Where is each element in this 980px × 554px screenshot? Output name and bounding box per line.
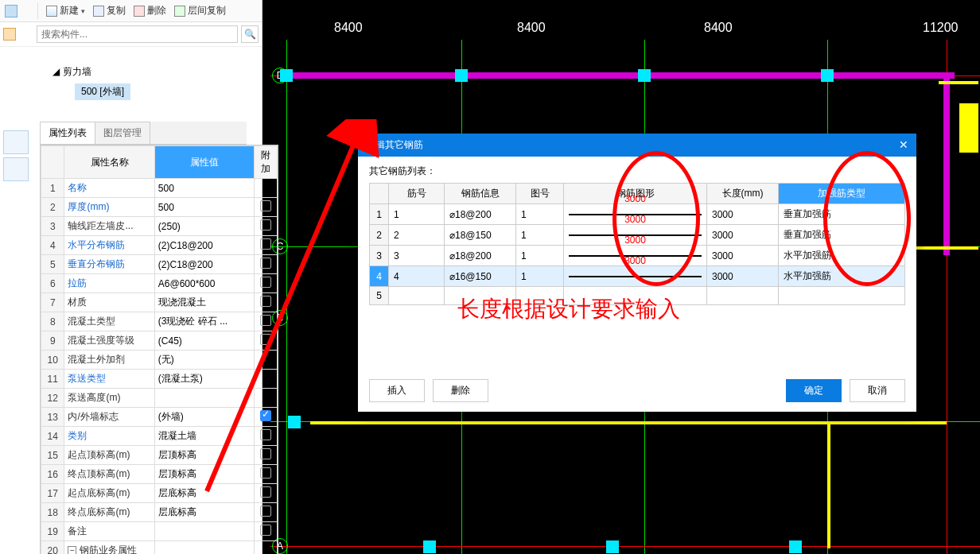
search-input[interactable] bbox=[37, 25, 238, 43]
prop-value[interactable] bbox=[154, 522, 254, 541]
checkbox[interactable] bbox=[260, 410, 271, 421]
col-num[interactable]: 筋号 bbox=[389, 184, 445, 204]
copy-button[interactable]: 复制 bbox=[93, 4, 126, 17]
checkbox[interactable] bbox=[260, 296, 271, 307]
prop-row[interactable]: 4水平分布钢筋(2)C18@200 bbox=[41, 236, 278, 255]
prop-add[interactable] bbox=[254, 541, 278, 555]
cell-len[interactable]: 3000 bbox=[707, 204, 779, 225]
column-element[interactable] bbox=[821, 69, 834, 82]
checkbox[interactable] bbox=[260, 258, 271, 269]
element[interactable] bbox=[959, 103, 978, 153]
prop-row[interactable]: 2厚度(mm)500 bbox=[41, 198, 278, 217]
prop-add[interactable] bbox=[254, 236, 278, 255]
component-tree[interactable]: ◢ 剪力墙 500 [外墙] bbox=[35, 58, 262, 122]
checkbox[interactable] bbox=[260, 467, 271, 478]
insert-button[interactable]: 插入 bbox=[369, 379, 425, 402]
delete-button[interactable]: 删除 bbox=[134, 4, 166, 17]
prop-value[interactable]: 混凝土墙 bbox=[154, 427, 254, 446]
prop-add[interactable] bbox=[254, 484, 278, 503]
cell-fig[interactable]: 1 bbox=[516, 204, 564, 225]
prop-value[interactable]: 层顶标高 bbox=[154, 446, 254, 465]
prop-row[interactable]: 13内/外墙标志(外墙) bbox=[41, 408, 278, 427]
cell-num[interactable]: 3 bbox=[389, 246, 445, 266]
prop-add[interactable] bbox=[254, 446, 278, 465]
checkbox[interactable] bbox=[260, 506, 271, 517]
prop-row[interactable]: 8混凝土类型(3现浇砼 碎石 ... bbox=[41, 312, 278, 331]
prop-value[interactable]: 500 bbox=[154, 179, 254, 198]
element[interactable] bbox=[310, 421, 947, 424]
dialog-titlebar[interactable]: 编辑其它钢筋 ✕ bbox=[358, 134, 916, 157]
prop-row[interactable]: 11泵送类型(混凝土泵) bbox=[41, 370, 278, 389]
tab-layers[interactable]: 图层管理 bbox=[95, 122, 150, 144]
delete-button[interactable]: 删除 bbox=[433, 379, 488, 402]
prop-add[interactable] bbox=[254, 179, 278, 198]
prop-value[interactable]: (3现浇砼 碎石 ... bbox=[154, 312, 254, 331]
prop-row[interactable]: 12泵送高度(m) bbox=[41, 389, 278, 408]
prop-add[interactable] bbox=[254, 522, 278, 541]
cell-len[interactable]: 3000 bbox=[707, 246, 779, 266]
col-len[interactable]: 长度(mm) bbox=[707, 184, 779, 204]
checkbox[interactable] bbox=[260, 219, 271, 231]
column-element[interactable] bbox=[423, 540, 436, 553]
checkbox[interactable] bbox=[260, 200, 271, 211]
cell-num[interactable]: 1 bbox=[389, 204, 445, 225]
search-button[interactable]: 🔍 bbox=[241, 25, 259, 43]
cell-len[interactable]: 3000 bbox=[707, 266, 779, 287]
prop-value[interactable]: 层底标高 bbox=[154, 484, 254, 503]
prop-value[interactable]: 500 bbox=[154, 198, 254, 217]
panel-icon[interactable] bbox=[3, 28, 16, 41]
prop-add[interactable] bbox=[254, 255, 278, 274]
prop-value[interactable]: (无) bbox=[154, 351, 254, 370]
ok-button[interactable]: 确定 bbox=[786, 379, 842, 402]
prop-add[interactable] bbox=[254, 274, 278, 293]
cell-info[interactable]: ⌀18@200 bbox=[445, 204, 516, 225]
column-element[interactable] bbox=[789, 540, 802, 553]
prop-add[interactable] bbox=[254, 217, 278, 236]
prop-row[interactable]: 6拉筋A6@600*600 bbox=[41, 274, 278, 293]
checkbox[interactable] bbox=[260, 429, 271, 440]
prop-row[interactable]: 9混凝土强度等级(C45) bbox=[41, 331, 278, 351]
prop-row[interactable]: 19备注 bbox=[41, 522, 278, 541]
prop-value[interactable]: 层顶标高 bbox=[154, 465, 254, 484]
cell-len[interactable]: 3000 bbox=[707, 225, 779, 246]
column-element[interactable] bbox=[638, 69, 651, 82]
checkbox[interactable] bbox=[260, 486, 271, 498]
prop-row[interactable]: 20−钢筋业务属性 bbox=[41, 541, 278, 555]
prop-add[interactable] bbox=[254, 293, 278, 312]
prop-value[interactable]: (2)C18@200 bbox=[154, 236, 254, 255]
checkbox[interactable] bbox=[260, 238, 271, 250]
prop-value[interactable]: (2)C18@200 bbox=[154, 255, 254, 274]
prop-row[interactable]: 3轴线距左墙皮...(250) bbox=[41, 217, 278, 236]
cell-info[interactable]: ⌀18@150 bbox=[445, 225, 516, 246]
prop-row[interactable]: 16终点顶标高(m)层顶标高 bbox=[41, 465, 278, 484]
prop-row[interactable]: 7材质现浇混凝土 bbox=[41, 293, 278, 312]
checkbox[interactable] bbox=[260, 277, 271, 288]
column-element[interactable] bbox=[606, 540, 619, 553]
prop-row[interactable]: 1名称500 bbox=[41, 179, 278, 198]
strip-tool[interactable] bbox=[3, 130, 29, 154]
cell-num[interactable]: 4 bbox=[389, 266, 445, 287]
prop-value[interactable] bbox=[154, 541, 254, 555]
prop-value[interactable]: (250) bbox=[154, 217, 254, 236]
prop-value[interactable] bbox=[154, 389, 254, 408]
prop-add[interactable] bbox=[254, 427, 278, 446]
prop-add[interactable] bbox=[254, 351, 278, 370]
wall-element[interactable] bbox=[943, 72, 950, 255]
prop-value[interactable]: (混凝土泵) bbox=[154, 370, 254, 389]
prop-row[interactable]: 14类别混凝土墙 bbox=[41, 427, 278, 446]
panel-icon[interactable] bbox=[5, 5, 18, 17]
column-element[interactable] bbox=[455, 69, 468, 82]
cell-fig[interactable]: 1 bbox=[516, 246, 564, 266]
layer-copy-button[interactable]: 层间复制 bbox=[174, 4, 226, 17]
checkbox[interactable] bbox=[260, 448, 271, 459]
prop-add[interactable] bbox=[254, 312, 278, 331]
checkbox[interactable] bbox=[260, 525, 271, 536]
checkbox[interactable] bbox=[260, 334, 271, 345]
prop-add[interactable] bbox=[254, 331, 278, 351]
new-button[interactable]: 新建▾ bbox=[46, 4, 85, 17]
cell-info[interactable]: ⌀16@150 bbox=[445, 266, 516, 287]
cell-info[interactable]: ⌀18@200 bbox=[445, 246, 516, 266]
prop-row[interactable]: 15起点顶标高(m)层顶标高 bbox=[41, 446, 278, 465]
prop-row[interactable]: 17起点底标高(m)层底标高 bbox=[41, 484, 278, 503]
prop-add[interactable] bbox=[254, 198, 278, 217]
